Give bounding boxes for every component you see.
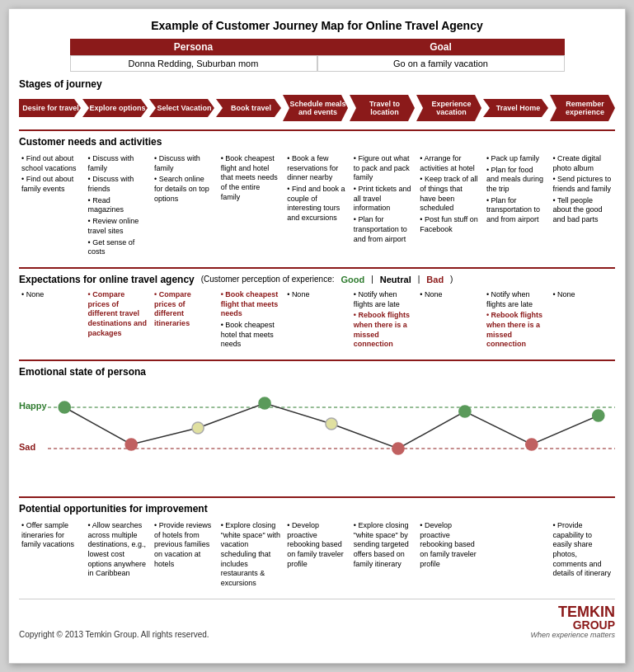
expectations-label: Expectations for online travel agency (19, 274, 195, 285)
exp-cell-8: None (550, 289, 615, 353)
emotional-point-4 (326, 418, 337, 430)
stage-3: Book travel (216, 99, 281, 117)
opp-cell-2: Provide reviews of hotels from previous … (152, 519, 217, 592)
needs-section: Customer needs and activities Find out a… (19, 129, 615, 261)
expectations-section: Expectations for online travel agency (C… (19, 267, 615, 353)
needs-cell-4: Book a few reservations for dinner nearb… (284, 153, 350, 261)
exp-item: Rebook flights when there is a missed co… (354, 311, 414, 350)
needs-item: Book a few reservations for dinner nearb… (287, 154, 347, 183)
needs-grid: Find out about school vacationsFind out … (19, 153, 615, 261)
exp-item: None (552, 290, 613, 300)
emotional-point-3 (259, 397, 270, 409)
stage-5: Travel to location (350, 95, 415, 121)
needs-cell-7: Pack up familyPlan for food and meals du… (484, 153, 549, 261)
opp-item: Offer sample itineraries for family vaca… (21, 521, 82, 550)
exp-item: Rebook flights when there is a missed co… (486, 311, 547, 350)
stages-row: Desire for travelExplore optionsSelect V… (19, 95, 615, 121)
exp-cell-1: Compare prices of different travel desti… (86, 289, 151, 353)
needs-item: Print tickets and all travel information (354, 185, 414, 214)
emotional-label: Emotional state of persona (19, 366, 615, 378)
sad-label: Sad (19, 442, 35, 452)
exp-item: Compare prices of different travel desti… (88, 290, 148, 338)
exp-cell-4: None (284, 289, 350, 353)
persona-goal-row: Persona Donna Redding, Suburban mom Goal… (19, 39, 615, 72)
exp-pipe2: | (418, 275, 420, 284)
needs-item: Discuss with friends (88, 175, 148, 194)
needs-cell-5: Figure out what to pack and pack familyP… (351, 153, 416, 261)
emotional-point-0 (59, 402, 70, 413)
emotional-point-5 (392, 443, 404, 454)
expectations-header: Expectations for online travel agency (C… (19, 274, 615, 285)
exp-cell-5: Notify when flights are lateRebook fligh… (351, 289, 416, 353)
stage-1: Explore options (82, 99, 148, 117)
persona-header: Persona (70, 39, 317, 55)
exp-good: Good (340, 275, 364, 284)
opp-cell-4: Develop proactive rebooking based on fam… (284, 519, 350, 592)
opp-cell-1: Allow searches across multiple destinati… (86, 519, 151, 592)
temkin-name: TEMKIN (530, 604, 615, 619)
needs-item: Find and book a couple of interesting to… (287, 185, 347, 223)
opportunities-grid: Offer sample itineraries for family vaca… (19, 519, 615, 592)
opp-cell-0: Offer sample itineraries for family vaca… (19, 519, 84, 592)
footer: Copyright © 2013 Temkin Group. All right… (19, 599, 615, 639)
needs-item: Find out about family events (21, 175, 82, 194)
opp-item: Explore closing "white space" by sending… (354, 521, 414, 569)
opportunities-label: Potential opportunities for improvement (19, 503, 615, 515)
emotional-point-1 (125, 439, 137, 450)
needs-label: Customer needs and activities (19, 136, 615, 148)
goal-header: Goal (317, 39, 565, 55)
opp-item: Provide capability to easily share photo… (552, 521, 613, 579)
goal-value: Go on a family vacation (317, 55, 565, 72)
needs-item: Pack up family (486, 154, 547, 164)
exp-item: Notify when flights are late (354, 290, 414, 309)
temkin-logo: TEMKIN GROUP When experience matters (530, 604, 615, 639)
exp-item: Book cheapest flight that meets needs (221, 290, 281, 319)
needs-cell-6: Arrange for activities at hotelKeep trac… (417, 153, 482, 261)
stages-label: Stages of journey (19, 78, 615, 90)
exp-close-paren: ) (450, 275, 453, 284)
happy-label: Happy (19, 401, 47, 411)
emotional-point-7 (526, 439, 538, 450)
needs-item: Keep track of all of things that have be… (420, 175, 480, 214)
opp-cell-6: Develop proactive rebooking based on fam… (417, 519, 482, 592)
goal-block: Goal Go on a family vacation (317, 39, 565, 72)
exp-cell-0: None (19, 289, 84, 353)
exp-cell-3: Book cheapest flight that meets needsBoo… (218, 289, 284, 353)
needs-item: Find out about school vacations (21, 154, 82, 173)
stage-8: Remember experience (550, 95, 615, 121)
exp-neutral: Neutral (380, 275, 411, 284)
needs-cell-0: Find out about school vacationsFind out … (19, 153, 84, 261)
emotional-point-2 (192, 422, 204, 434)
copyright: Copyright © 2013 Temkin Group. All right… (19, 630, 209, 639)
opp-item: Develop proactive rebooking based on fam… (420, 521, 480, 569)
exp-cell-2: Compare prices of different itineraries (152, 289, 217, 353)
chart-svg-container (48, 383, 615, 490)
needs-item: Search online for details on top options (154, 175, 214, 204)
needs-item: Figure out what to pack and pack family (354, 154, 414, 183)
exp-bad: Bad (426, 275, 444, 284)
exp-pipe1: | (371, 275, 373, 284)
opp-cell-7 (484, 519, 549, 592)
emotional-point-8 (593, 410, 604, 421)
exp-item: Notify when flights are late (486, 290, 547, 309)
needs-item: Send pictures to friends and family (552, 175, 613, 194)
opp-item: Allow searches across multiple destinati… (88, 521, 148, 579)
stage-2: Select Vacation (149, 99, 214, 117)
main-title: Example of Customer Journey Map for Onli… (19, 19, 615, 32)
needs-item: Discuss with family (88, 154, 148, 173)
exp-cell-6: None (417, 289, 482, 353)
opp-item: Develop proactive rebooking based on fam… (287, 521, 347, 569)
opportunities-section: Potential opportunities for improvement … (19, 496, 615, 592)
persona-block: Persona Donna Redding, Suburban mom (70, 39, 317, 72)
needs-item: Post fun stuff on Facebook (420, 215, 480, 234)
emotional-chart: Happy Sad (19, 383, 615, 490)
opp-item: Explore closing "white space" with vacat… (221, 521, 281, 589)
exp-cell-7: Notify when flights are lateRebook fligh… (484, 289, 549, 353)
needs-item: Tell people about the good and bad parts (552, 196, 613, 225)
needs-item: Review online travel sites (88, 217, 148, 236)
needs-item: Plan for transportation to and from airp… (486, 196, 547, 225)
opp-cell-5: Explore closing "white space" by sending… (351, 519, 416, 592)
expectations-grid: NoneCompare prices of different travel d… (19, 289, 615, 353)
stage-0: Desire for travel (19, 99, 81, 117)
temkin-tagline: When experience matters (530, 631, 615, 639)
